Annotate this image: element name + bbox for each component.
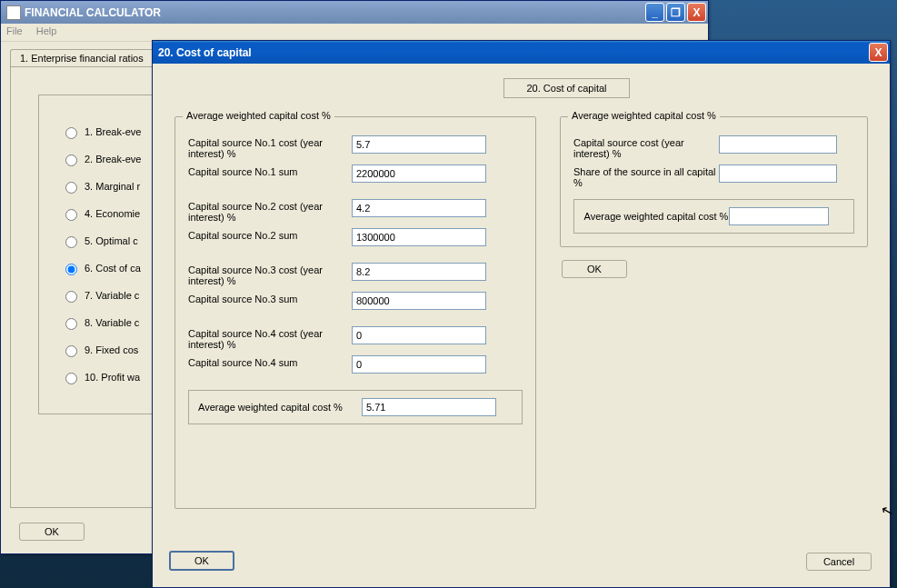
right-out-label: Average weighted capital cost % (583, 211, 729, 222)
option-label-2: 2. Break-eve (85, 154, 141, 164)
c3-cost-input[interactable] (352, 263, 486, 281)
option-radio-2[interactable] (65, 154, 77, 166)
maximize-button[interactable]: ❐ (666, 3, 685, 22)
dialog-ok-button[interactable]: OK (169, 551, 234, 571)
dialog-titlebar[interactable]: 20. Cost of capital X (153, 41, 890, 64)
menubar: File Help (1, 24, 708, 42)
result-output (362, 398, 496, 416)
c2-sum-label: Capital source No.2 sum (188, 228, 352, 241)
option-radio-1[interactable] (65, 127, 77, 139)
c4-cost-label: Capital source No.4 cost (year interest)… (188, 326, 352, 350)
option-radio-8[interactable] (65, 318, 77, 330)
option-radio-7[interactable] (65, 291, 77, 303)
close-button[interactable]: X (687, 3, 706, 22)
main-window-title: FINANCIAL CALCULATOR (25, 6, 161, 19)
right-ok-button[interactable]: OK (562, 260, 627, 278)
option-label-6: 6. Cost of ca (85, 263, 141, 274)
option-label-1: 1. Break-eve (85, 126, 141, 137)
menu-help[interactable]: Help (36, 25, 57, 36)
c1-sum-label: Capital source No.1 sum (188, 164, 352, 177)
main-titlebar[interactable]: FINANCIAL CALCULATOR _ ❐ X (1, 1, 708, 24)
right-group-label: Average weighted capital cost % (568, 110, 720, 121)
option-label-4: 4. Economie (85, 208, 140, 219)
option-radio-3[interactable] (65, 182, 77, 194)
c1-sum-input[interactable] (352, 164, 486, 183)
menu-file[interactable]: File (6, 25, 23, 36)
c2-cost-input[interactable] (352, 199, 486, 217)
app-icon (6, 5, 21, 20)
c1-cost-input[interactable] (352, 135, 486, 154)
minimize-button[interactable]: _ (645, 3, 664, 22)
option-label-5: 5. Optimal c (85, 235, 138, 246)
right-out-output (729, 207, 829, 225)
dialog-close-button[interactable]: X (869, 43, 888, 62)
c4-cost-input[interactable] (352, 326, 486, 344)
option-radio-5[interactable] (65, 236, 77, 248)
option-label-9: 9. Fixed cos (85, 344, 138, 355)
right-share-input[interactable] (719, 164, 837, 183)
dialog-cost-of-capital: 20. Cost of capital X 20. Cost of capita… (152, 40, 891, 588)
c1-cost-label: Capital source No.1 cost (year interest)… (188, 135, 352, 159)
c4-sum-input[interactable] (352, 355, 486, 374)
c3-sum-input[interactable] (352, 292, 486, 310)
option-label-3: 3. Marginal r (85, 181, 140, 192)
c3-sum-label: Capital source No.3 sum (188, 292, 352, 304)
option-radio-4[interactable] (65, 209, 77, 221)
option-label-10: 10. Profit wa (85, 372, 140, 383)
c3-cost-label: Capital source No.3 cost (year interest)… (188, 263, 352, 286)
dialog-title: 20. Cost of capital (158, 46, 252, 59)
right-src-cost-label: Capital source cost (year interest) % (573, 135, 719, 159)
option-label-8: 8. Variable c (85, 317, 139, 328)
left-group: Average weighted capital cost % Capital … (174, 116, 536, 509)
dialog-heading: 20. Cost of capital (503, 78, 629, 98)
dialog-cancel-button[interactable]: Cancel (806, 553, 872, 571)
main-ok-button[interactable]: OK (19, 523, 85, 541)
option-label-7: 7. Variable c (85, 290, 139, 301)
option-radio-6[interactable] (65, 264, 77, 275)
result-label: Average weighted capital cost % (198, 402, 362, 413)
option-radio-9[interactable] (65, 345, 77, 357)
tab-enterprise-ratios[interactable]: 1. Enterprise financial ratios (10, 49, 154, 66)
left-group-label: Average weighted capital cost % (183, 110, 334, 121)
c2-cost-label: Capital source No.2 cost (year interest)… (188, 199, 352, 223)
c4-sum-label: Capital source No.4 sum (188, 355, 352, 368)
option-radio-10[interactable] (65, 373, 77, 384)
right-share-label: Share of the source in all capital % (573, 164, 719, 188)
right-src-cost-input[interactable] (719, 135, 837, 154)
c2-sum-input[interactable] (352, 228, 486, 246)
right-group: Average weighted capital cost % Capital … (560, 116, 868, 247)
